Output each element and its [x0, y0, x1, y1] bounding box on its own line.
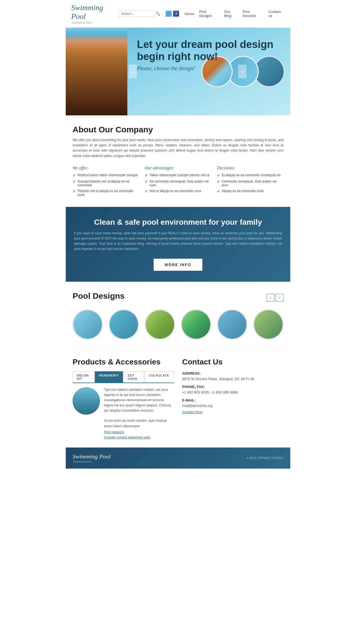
pool-design-5[interactable] [217, 309, 247, 340]
col3-item-1-text: Et aliquip ex ea commodo consequat uis [222, 173, 281, 177]
checkmark-icon: ✓ [73, 179, 76, 184]
pool-designs-section: Pool Designs ‹ › [66, 282, 290, 348]
checkmark-icon: ✓ [217, 189, 220, 193]
nav-links: Home Pool Designs Our Blog Pool Services… [185, 10, 285, 18]
col2-item-2-text: Ea commodo consequat. Duis autem vel eum [150, 179, 211, 187]
pool-designs-title: Pool Designs [73, 291, 125, 301]
tab-hendrerit[interactable]: HENDRERIT [95, 371, 123, 383]
email-value: mail@demolink.org [182, 404, 283, 408]
footer: Swimming Pool Construction © 2013 | PRIV… [66, 448, 290, 469]
col1-item-3-text: Tobortis nisl ut aliquip ex ea commodo c… [77, 189, 139, 197]
pool-design-5-image [218, 310, 246, 339]
hero-content: Let your dream pool design begin right n… [66, 28, 290, 80]
bottom-section: Products & Accessories DOLOR SIT HENDRER… [66, 348, 290, 448]
tab-culpulate[interactable]: CULPULATE [145, 371, 173, 383]
col1-item-3: ✓ Tobortis nisl ut aliquip ex ea commodo… [73, 189, 139, 197]
tab-est-usus[interactable]: EST USUS [124, 371, 144, 383]
banner-section: Clean & safe pool environment for your f… [66, 207, 290, 282]
contact-column: Contact Us ADDRESS: 9870 St Vincent Plac… [182, 358, 283, 439]
product-body2: Ut visi enim ad minim veniam, quis nostr… [104, 418, 174, 429]
hero-title: Let your dream pool design begin right n… [137, 39, 282, 62]
contact-title: Contact Us [182, 358, 283, 366]
checkmark-icon: ✓ [73, 173, 76, 178]
pool-designs-prev[interactable]: ‹ [267, 294, 274, 301]
logo-title: Swimming Pool [71, 3, 119, 21]
col1-item-1-text: Nostrud exerci tation ullamcorper suscip… [77, 173, 137, 177]
banner-title: Clean & safe pool environment for your f… [74, 218, 282, 227]
footer-logo: Swimming Pool Construction [73, 453, 111, 463]
tab-dolor-sit[interactable]: DOLOR SIT [73, 371, 94, 383]
product-tabs: DOLOR SIT HENDRERIT EST USUS CULPULATE [73, 371, 174, 383]
address-label: ADDRESS: [182, 371, 283, 375]
pool-design-2[interactable] [109, 309, 139, 340]
nav-blog[interactable]: Our Blog [224, 10, 238, 18]
about-title: About Our Company [73, 125, 283, 134]
slider-prev-button[interactable]: ‹ [129, 65, 137, 78]
product-text-area: Typi non habent claritatem insitam; est … [104, 387, 174, 439]
pool-designs-next[interactable]: › [276, 294, 283, 301]
nav-area: 🔍 🐦 f Home Pool Designs Our Blog Pool Se… [119, 10, 285, 18]
pool-design-6-image [254, 310, 283, 339]
pool-circles-container [73, 309, 283, 340]
col3-title: Decisions: [217, 166, 283, 170]
logo-subtitle: Construction [72, 21, 119, 24]
social-icons: 🐦 f [166, 11, 179, 17]
product-content: Typi non habent claritatem insitam; est … [73, 387, 174, 439]
search-area: 🔍 [119, 10, 160, 17]
pool-design-3[interactable] [145, 309, 175, 340]
pool-design-4[interactable] [181, 309, 211, 340]
col2-item-3-text: Nisl ut aliquip ex ea commodo cons [150, 189, 201, 193]
about-col-2: Our advantages: ✓ Tation ullamcorper sus… [145, 166, 211, 199]
footer-logo-sub: Construction [73, 460, 111, 463]
col2-item-1-text: Tation ullamcorper suscipit lobortis nis… [150, 173, 209, 177]
phone-value: +1 800 603 6035, +1 800 889 9898 [182, 390, 283, 394]
about-section: About Our Company We offer just about ev… [66, 115, 290, 207]
contact-form-link[interactable]: Contact form [182, 410, 283, 414]
col3-item-2: ✓ Commodo consequat. Duis autem vel eum [217, 179, 283, 187]
nav-contact[interactable]: Contact us [268, 10, 285, 18]
products-column: Products & Accessories DOLOR SIT HENDRER… [73, 358, 174, 439]
checkmark-icon: ✓ [145, 189, 148, 193]
search-input[interactable] [119, 10, 154, 17]
about-col-3: Decisions: ✓ Et aliquip ex ea commodo co… [217, 166, 283, 199]
about-columns: We offer: ✓ Nostrud exerci tation ullamc… [73, 166, 283, 199]
pool-design-1[interactable] [73, 309, 103, 340]
address-value: 9870 St Vincent Place, Glasgow, DC 45 Fr… [182, 377, 283, 381]
search-button[interactable]: 🔍 [156, 12, 160, 16]
facebook-icon[interactable]: f [173, 11, 179, 17]
pool-design-6[interactable] [253, 309, 283, 340]
about-body: We offer just about everything for your … [73, 138, 283, 159]
header: Swimming Pool Construction 🔍 🐦 f Home Po… [66, 0, 290, 28]
checkmark-icon: ✓ [73, 189, 76, 193]
nav-home[interactable]: Home [185, 12, 194, 16]
col3-item-3: ✓ Aliquip ex ea commodo cons [217, 189, 283, 193]
checkmark-icon: ✓ [217, 173, 220, 178]
copyright-text: © 2013 | PRIVACY POLICY [246, 456, 283, 460]
pool-design-4-image [182, 310, 210, 339]
col2-item-2: ✓ Ea commodo consequat. Duis autem vel e… [145, 179, 211, 187]
col1-title: We offer: [73, 166, 139, 170]
slider-next-button[interactable]: › [238, 65, 246, 78]
footer-logo-title: Swimming Pool [73, 453, 111, 460]
col3-item-1: ✓ Et aliquip ex ea commodo consequat uis [217, 173, 283, 178]
product-image-inner [73, 387, 100, 415]
nav-pool-services[interactable]: Pool Services [243, 10, 263, 18]
pool-designs-nav: ‹ › [267, 294, 283, 301]
hero-subtitle: Please, choose the design! [137, 65, 282, 72]
pool-cleaners-link[interactable]: Pool cleaners [104, 430, 174, 434]
twitter-icon[interactable]: 🐦 [166, 11, 172, 17]
products-title: Products & Accessories [73, 358, 174, 366]
col1-item-1: ✓ Nostrud exerci tation ullamcorper susc… [73, 173, 139, 178]
nav-pool-designs[interactable]: Pool Designs [199, 10, 219, 18]
col2-item-3: ✓ Nisl ut aliquip ex ea commodo cons [145, 189, 211, 193]
col3-item-2-text: Commodo consequat. Duis autem vel eum [222, 179, 283, 187]
counter-current-link[interactable]: Counter current swimming units [104, 435, 174, 439]
footer-copyright: © 2013 | PRIVACY POLICY [246, 456, 283, 460]
logo-area: Swimming Pool Construction [71, 3, 119, 24]
product-image [73, 387, 100, 415]
checkmark-icon: ✓ [145, 173, 148, 178]
more-info-button[interactable]: MORE INFO [154, 259, 202, 271]
col1-item-2: ✓ Suscipit lobortis nisl ut aliquip ex e… [73, 179, 139, 187]
pool-design-2-image [110, 310, 138, 339]
phone-label: PHONE, FAX: [182, 385, 283, 389]
